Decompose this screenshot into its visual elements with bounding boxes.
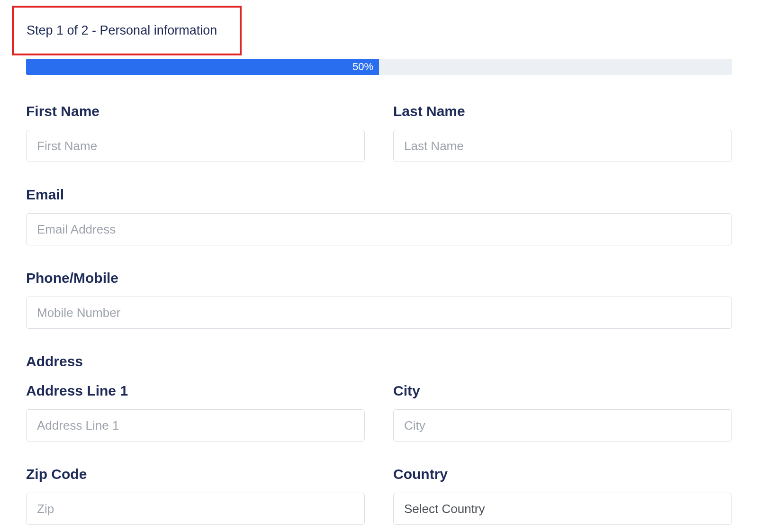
address-section-label: Address [26, 353, 732, 370]
first-name-label: First Name [26, 103, 365, 119]
progress-percent-label: 50% [352, 61, 373, 73]
country-select-value: Select Country [404, 502, 485, 516]
email-input[interactable] [26, 213, 732, 245]
address-line-1-group: Address Line 1 [26, 383, 365, 442]
progress-bar-track: 50% [26, 59, 732, 75]
address-line-1-input[interactable] [26, 409, 365, 442]
progress-bar-fill: 50% [26, 59, 379, 75]
city-group: City [393, 383, 732, 442]
zip-code-group: Zip Code [26, 466, 365, 525]
first-name-group: First Name [26, 103, 365, 162]
first-name-input[interactable] [26, 130, 365, 162]
last-name-input[interactable] [393, 130, 732, 162]
step-header: Step 1 of 2 - Personal information [27, 23, 217, 38]
phone-group: Phone/Mobile [26, 270, 732, 329]
step-header-highlight: Step 1 of 2 - Personal information [12, 6, 242, 55]
city-input[interactable] [393, 409, 732, 442]
zip-code-input[interactable] [26, 493, 365, 525]
country-label: Country [393, 466, 732, 482]
email-label: Email [26, 187, 732, 203]
country-select[interactable]: Select Country [393, 493, 732, 525]
country-group: Country Select Country [393, 466, 732, 525]
last-name-label: Last Name [393, 103, 732, 119]
city-label: City [393, 383, 732, 399]
form-container: 50% First Name Last Name Email Phone/Mob… [0, 59, 758, 525]
phone-label: Phone/Mobile [26, 270, 732, 286]
address-line-1-label: Address Line 1 [26, 383, 365, 399]
email-group: Email [26, 187, 732, 245]
zip-code-label: Zip Code [26, 466, 365, 482]
last-name-group: Last Name [393, 103, 732, 162]
phone-input[interactable] [26, 297, 732, 329]
